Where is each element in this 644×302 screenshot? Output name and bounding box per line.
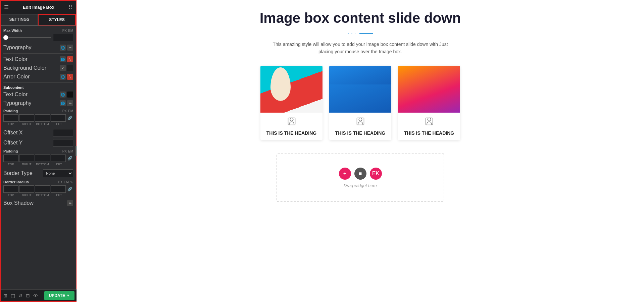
text-color2-swatch-btn[interactable] xyxy=(67,92,73,98)
offset-x-input[interactable]: 0 xyxy=(53,129,73,136)
eye-icon[interactable]: 👁 xyxy=(33,293,38,298)
bg-color-check-btn[interactable]: ✓ xyxy=(60,65,66,71)
max-width-unit-em[interactable]: EM xyxy=(68,29,73,33)
padding1-unit-em[interactable]: EM xyxy=(68,109,73,113)
text-color1-color-btn[interactable]: ╲ xyxy=(67,56,73,62)
padding2-bottom[interactable] xyxy=(35,155,50,162)
image-box-2[interactable]: THIS IS THE HEADING xyxy=(329,66,391,140)
max-width-label: Max Width xyxy=(3,28,22,33)
padding2-top[interactable] xyxy=(3,155,18,162)
typography2-edit-btn[interactable]: ✏ xyxy=(67,100,73,106)
responsive-icon[interactable]: ◱ xyxy=(11,293,15,298)
subcontent-label: Subcontent xyxy=(3,85,73,89)
image-box-2-photo xyxy=(329,66,391,113)
drag-area: + ■ EK Drag widget here xyxy=(277,154,444,202)
bg-color-row: Background Color ✓ xyxy=(3,65,73,71)
image-box-3-photo xyxy=(398,66,460,113)
grid-icon[interactable]: ⠿ xyxy=(68,4,72,10)
image-boxes-container: THIS IS THE HEADING THIS IS THE HEADING xyxy=(90,66,631,140)
padding1-right-label: RIGHT xyxy=(19,122,34,126)
box-shadow-edit-btn[interactable]: ✏ xyxy=(67,200,73,206)
offset-y-input[interactable]: 10 xyxy=(53,139,73,146)
border-radius-label: Border Radius xyxy=(3,180,29,184)
border-radius-bottom[interactable] xyxy=(35,185,50,193)
padding2-left[interactable] xyxy=(51,155,66,162)
panel-header: ☰ Edit Image Box ⠿ xyxy=(1,1,76,14)
tab-styles[interactable]: STYLES xyxy=(38,14,76,25)
text-color2-globe-btn[interactable]: 🌐 xyxy=(60,92,66,98)
padding1-link-icon[interactable]: 🔗 xyxy=(66,116,73,120)
text-color1-globe-btn[interactable]: 🌐 xyxy=(60,56,66,62)
subtitle: This amazing style will allow you to add… xyxy=(90,41,631,56)
update-button[interactable]: UPDATE ▼ xyxy=(44,291,75,300)
padding2-unit-em[interactable]: EM xyxy=(68,149,73,153)
divider1 xyxy=(3,53,73,54)
history-icon[interactable]: ↺ xyxy=(18,293,22,298)
padding2-link-icon[interactable]: 🔗 xyxy=(66,156,73,161)
padding2-bottom-label: BOTTOM xyxy=(35,163,50,166)
drag-ek-btn[interactable]: EK xyxy=(370,168,382,180)
padding2-right[interactable] xyxy=(19,155,34,162)
drag-add-btn[interactable]: + xyxy=(339,168,351,180)
border-radius-left[interactable] xyxy=(51,185,66,193)
page-title: Image box content slide down xyxy=(90,10,631,26)
padding1-bottom[interactable] xyxy=(35,114,50,122)
box-shadow-row: Box Shadow ✏ xyxy=(3,200,73,206)
padding1-right[interactable] xyxy=(19,114,34,122)
bottom-icons: ⊞ ◱ ↺ ⊟ 👁 xyxy=(3,293,38,298)
padding1-top[interactable] xyxy=(3,114,18,122)
divider2 xyxy=(3,82,73,83)
blue-dots-divider: ··· xyxy=(90,29,631,37)
main-content: Image box content slide down ··· This am… xyxy=(77,0,644,302)
padding2-unit-px[interactable]: PX xyxy=(62,149,67,153)
typography2-row: Typography 🌐 ✏ xyxy=(3,100,73,106)
image-box-2-heading: THIS IS THE HEADING xyxy=(333,130,388,136)
offset-y-row: Offset Y 10 xyxy=(3,139,73,146)
border-radius-unit-pct[interactable]: % xyxy=(70,180,73,184)
drag-widget-btn[interactable]: ■ xyxy=(354,168,366,180)
typography1-edit-btn[interactable]: ✏ xyxy=(67,45,73,51)
left-panel: ☰ Edit Image Box ⠿ SETTINGS STYLES Max W… xyxy=(0,0,77,302)
widget-icon[interactable]: ⊟ xyxy=(26,293,30,298)
max-width-slider[interactable] xyxy=(3,37,51,38)
text-color1-label: Text Color xyxy=(3,56,28,62)
layers-icon[interactable]: ⊞ xyxy=(3,293,7,298)
arror-color-color-btn[interactable]: ╲ xyxy=(67,74,73,80)
padding1-unit-px[interactable]: PX xyxy=(62,109,67,113)
padding1-field: Padding PX EM 🔗 TOP RIGHT BOTTOM LEFT xyxy=(3,109,73,126)
image-box-3-icon xyxy=(401,117,457,128)
tab-settings[interactable]: SETTINGS xyxy=(1,14,38,25)
padding1-left[interactable] xyxy=(51,114,66,122)
border-radius-unit-px[interactable]: PX xyxy=(58,180,62,184)
panel-content: Max Width PX EM Typography 🌐 ✏ Text Colo… xyxy=(1,26,76,301)
border-radius-right[interactable] xyxy=(19,185,34,193)
svg-point-4 xyxy=(428,118,431,121)
border-radius-link-icon[interactable]: 🔗 xyxy=(66,187,73,191)
border-radius-field: Border Radius PX EM % 🔗 TOP RIGHT BOTTOM… xyxy=(3,180,73,197)
border-type-select[interactable]: None Solid Dashed Dotted xyxy=(43,169,73,177)
update-arrow-icon: ▼ xyxy=(66,294,70,297)
image-box-1[interactable]: THIS IS THE HEADING xyxy=(260,66,323,140)
svg-point-0 xyxy=(290,118,293,121)
text-color2-row: Text Color 🌐 xyxy=(3,92,73,98)
box-shadow-label: Box Shadow xyxy=(3,200,34,206)
bottom-bar: ⊞ ◱ ↺ ⊟ 👁 UPDATE ▼ xyxy=(1,289,77,301)
border-radius-top[interactable] xyxy=(3,185,18,193)
border-radius-unit-em[interactable]: EM xyxy=(64,180,69,184)
max-width-unit-px[interactable]: PX xyxy=(62,29,67,33)
bg-color-swatch-btn[interactable] xyxy=(67,65,73,71)
image-box-3-content: THIS IS THE HEADING xyxy=(398,113,460,140)
typography2-globe-btn[interactable]: 🌐 xyxy=(60,100,66,106)
image-box-3-heading: THIS IS THE HEADING xyxy=(401,130,457,136)
max-width-input[interactable] xyxy=(53,34,73,41)
typography1-globe-btn[interactable]: 🌐 xyxy=(60,45,66,51)
padding2-field: Padding PX EM 🔗 TOP RIGHT BOTTOM LEFT xyxy=(3,149,73,166)
arror-color-globe-btn[interactable]: 🌐 xyxy=(60,74,66,80)
image-box-3[interactable]: THIS IS THE HEADING xyxy=(398,66,460,140)
typography1-label: Typography xyxy=(3,45,32,51)
panel-tabs: SETTINGS STYLES xyxy=(1,14,76,26)
drag-area-icons: + ■ EK xyxy=(284,168,437,180)
arror-color-label: Arror Color xyxy=(3,74,30,80)
typography1-row: Typography 🌐 ✏ xyxy=(3,45,73,51)
hamburger-icon[interactable]: ☰ xyxy=(4,4,9,10)
